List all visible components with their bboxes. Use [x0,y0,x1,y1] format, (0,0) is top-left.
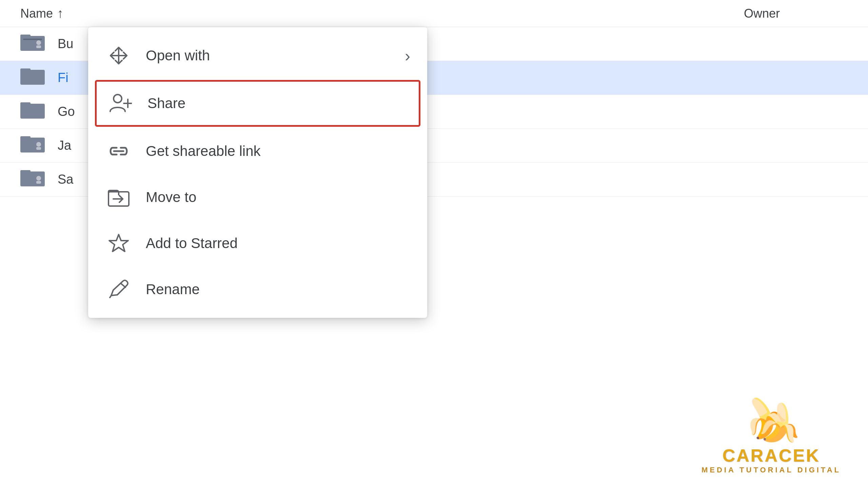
get-link-label: Get shareable link [146,143,261,159]
chevron-right-icon: › [405,46,410,65]
open-with-label: Open with [146,47,210,64]
svg-point-11 [36,142,41,147]
banana-icon-2: 🍌 [755,401,807,446]
svg-rect-8 [20,102,31,108]
pencil-icon [105,276,132,303]
context-menu: Open with › Share Get shareabl [88,27,427,318]
svg-rect-14 [20,170,31,176]
file-name-2: Fi [58,70,68,85]
menu-item-open-with[interactable]: Open with › [88,33,427,79]
star-icon [105,230,132,257]
svg-rect-6 [20,68,31,74]
menu-item-share[interactable]: Share [95,80,420,127]
add-starred-label: Add to Starred [146,235,238,251]
svg-line-26 [121,283,125,287]
file-name-3: Go [58,104,75,119]
name-column-header[interactable]: Name ↑ [20,6,190,21]
svg-line-27 [110,296,111,298]
name-label: Name [20,6,53,21]
move-folder-icon [105,184,132,211]
svg-rect-16 [36,181,41,184]
svg-rect-2 [23,39,42,40]
list-header: Name ↑ Owner [0,0,868,27]
svg-marker-25 [109,235,128,251]
rename-label: Rename [146,281,200,298]
folder-icon-4 [20,132,47,159]
owner-column-header: Owner [744,6,848,21]
watermark-title: CARACEK [722,445,820,466]
folder-icon-1 [20,30,47,58]
folder-icon-2 [20,64,47,92]
person-add-icon [107,90,134,117]
menu-item-get-link[interactable]: Get shareable link [88,128,427,174]
svg-rect-10 [20,136,31,142]
share-label: Share [147,95,185,111]
move-to-label: Move to [146,189,196,205]
move-arrows-icon [105,42,132,69]
svg-rect-12 [36,147,41,150]
svg-point-15 [36,176,41,181]
watermark: 🍌 🍌 CARACEK MEDIA TUTORIAL DIGITAL [702,398,841,474]
folder-icon-3 [20,98,47,125]
menu-item-rename[interactable]: Rename [88,266,427,312]
menu-item-move-to[interactable]: Move to [88,174,427,220]
sort-arrow-icon[interactable]: ↑ [57,6,63,21]
link-icon [105,138,132,165]
svg-point-19 [114,95,122,103]
watermark-subtitle: MEDIA TUTORIAL DIGITAL [702,466,841,474]
svg-point-3 [36,40,41,45]
svg-rect-4 [36,45,41,48]
menu-item-add-starred[interactable]: Add to Starred [88,220,427,266]
file-name-4: Ja [58,138,71,153]
file-name-5: Sa [58,172,73,187]
folder-icon-5 [20,166,47,193]
file-name-1: Bu [58,37,73,51]
